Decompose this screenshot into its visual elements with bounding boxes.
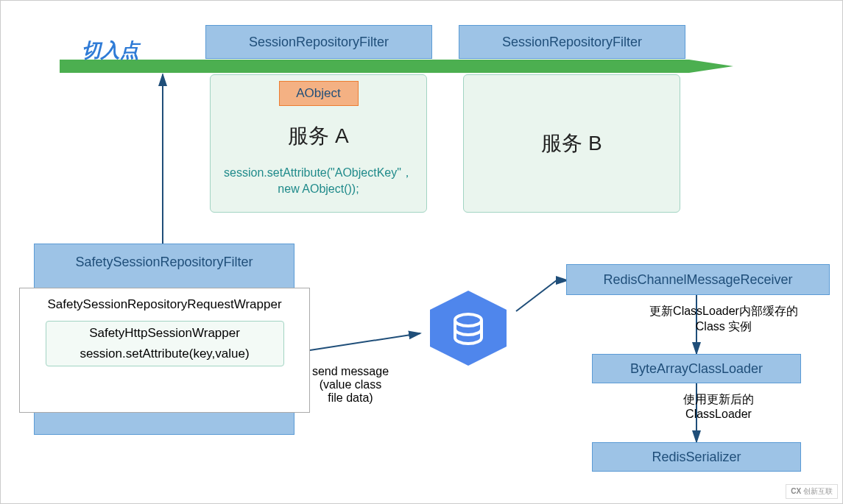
receiver-label: RedisChannelMessageReceiver <box>603 272 792 288</box>
loader-label: ByteArrayClassLoader <box>630 361 763 377</box>
service-b-title: 服务 B <box>541 129 602 157</box>
serializer-label: RedisSerializer <box>652 450 741 465</box>
safety-filter-header: SafetySessionRepositoryFilter <box>75 244 253 280</box>
send-message-label: send message (value class file data) <box>299 365 402 405</box>
filter-label-right: SessionRepositoryFilter <box>502 35 642 50</box>
http-wrapper-box: SafetyHttpSessionWrapper session.setAttr… <box>46 321 284 366</box>
watermark-logo: CX 创新互联 <box>786 484 838 499</box>
receiver-box: RedisChannelMessageReceiver <box>566 264 830 295</box>
redis-block: Redis <box>424 288 520 405</box>
set-attr-label: session.setAttribute(key,value) <box>51 347 279 361</box>
aobject-tag: AObject <box>279 81 359 106</box>
serializer-box: RedisSerializer <box>592 442 801 472</box>
use-label: 使用更新后的 ClassLoader <box>656 392 781 421</box>
filter-box-left: SessionRepositoryFilter <box>205 25 432 59</box>
filter-label-left: SessionRepositoryFilter <box>249 35 389 50</box>
http-wrapper-label: SafetyHttpSessionWrapper <box>51 326 279 341</box>
service-a-code: session.setAttribute("AObjectKey"，new AO… <box>216 165 420 198</box>
arrow-to-redis <box>310 333 420 350</box>
filter-box-right: SessionRepositoryFilter <box>459 25 685 59</box>
arrow-redis-to-receiver <box>516 280 568 311</box>
service-a-title: 服务 A <box>288 122 348 150</box>
service-a-box: AObject 服务 A session.setAttribute("AObje… <box>210 74 427 213</box>
request-wrapper-label: SafetySessionRepositoryRequestWrapper <box>47 297 281 312</box>
watermark-text: 创新互联 <box>803 487 833 495</box>
loader-box: ByteArrayClassLoader <box>592 354 801 383</box>
redis-icon <box>424 288 512 369</box>
diagram-canvas: 切入点 SessionRepositoryFilter SessionRepos… <box>0 0 843 504</box>
svg-marker-0 <box>430 291 507 366</box>
entry-arrow <box>60 60 733 73</box>
request-wrapper-box: SafetySessionRepositoryRequestWrapper Sa… <box>19 288 310 413</box>
entry-point-label: 切入点 <box>82 38 139 63</box>
service-b-box: 服务 B <box>463 74 680 213</box>
update-label: 更新ClassLoader内部缓存的 Class 实例 <box>635 304 812 335</box>
aobject-label: AObject <box>296 86 340 101</box>
